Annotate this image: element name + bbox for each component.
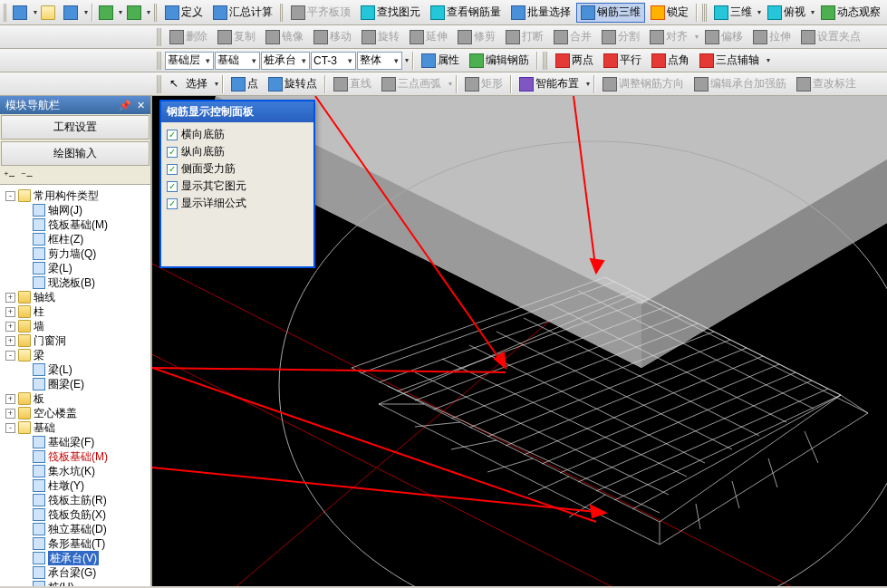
- point-button[interactable]: 点: [227, 74, 263, 94]
- tree-node[interactable]: 梁(L): [2, 261, 149, 275]
- rebar-check-row[interactable]: ✓显示详细公式: [167, 195, 308, 212]
- offset-button[interactable]: 偏移: [700, 27, 747, 47]
- toolbar-handle[interactable]: [4, 4, 7, 22]
- trim-button[interactable]: 修剪: [453, 27, 500, 47]
- edit-rebar-button[interactable]: 编辑钢筋: [465, 51, 534, 71]
- dropdown-arrow[interactable]: ▾: [213, 80, 219, 88]
- tree-node[interactable]: 桩承台(V): [2, 551, 149, 565]
- dropdown-arrow[interactable]: ▾: [83, 8, 88, 16]
- tree-node[interactable]: +门窗洞: [2, 333, 149, 348]
- split-button[interactable]: 分割: [597, 27, 644, 47]
- lock-button[interactable]: 锁定: [646, 3, 693, 23]
- tree-node[interactable]: 条形基础(T): [2, 536, 149, 551]
- toolbar-handle[interactable]: [154, 4, 158, 22]
- tree-node[interactable]: +墙: [2, 319, 149, 333]
- merge-button[interactable]: 合并: [549, 27, 596, 47]
- tree-node[interactable]: 柱墩(Y): [2, 478, 149, 493]
- checkbox-icon[interactable]: ✓: [167, 198, 178, 209]
- toolbar-handle[interactable]: [702, 4, 706, 22]
- tree-node[interactable]: 桩(U): [2, 580, 149, 586]
- smart-layout-button[interactable]: 智能布置: [515, 74, 583, 94]
- break-button[interactable]: 打断: [501, 27, 548, 47]
- new-button[interactable]: [10, 3, 32, 23]
- two-points-button[interactable]: 两点: [551, 51, 598, 71]
- tree-node[interactable]: 剪力墙(Q): [2, 246, 149, 261]
- close-icon[interactable]: ✕: [137, 100, 145, 111]
- tree-node[interactable]: 梁(L): [2, 362, 149, 377]
- layer-select[interactable]: 基础层: [165, 52, 214, 70]
- tree-node[interactable]: 筏板主筋(R): [2, 493, 149, 507]
- tree-node[interactable]: 现浇板(B): [2, 275, 149, 290]
- tree-node[interactable]: 圈梁(E): [2, 377, 149, 391]
- save-button[interactable]: [61, 3, 82, 23]
- tree-node[interactable]: -梁: [2, 348, 149, 362]
- checkbox-icon[interactable]: ✓: [167, 164, 178, 175]
- select-button[interactable]: ↖选择: [165, 74, 212, 94]
- dropdown-arrow[interactable]: ▾: [765, 56, 771, 64]
- dropdown-arrow[interactable]: ▾: [757, 8, 762, 16]
- undo-button[interactable]: [96, 3, 118, 23]
- tree-expander[interactable]: -: [5, 351, 15, 361]
- rect-button[interactable]: 矩形: [460, 74, 507, 94]
- dropdown-arrow[interactable]: ▾: [447, 80, 453, 88]
- tree-node[interactable]: -基础: [2, 420, 149, 435]
- sidebar-tab-draw-input[interactable]: 绘图输入: [1, 141, 149, 166]
- dropdown-arrow[interactable]: ▾: [584, 80, 591, 88]
- top-view-button[interactable]: 俯视: [763, 3, 810, 23]
- view-rebar-qty-button[interactable]: 查看钢筋量: [426, 3, 506, 23]
- tree-node[interactable]: 筏板基础(M): [2, 217, 149, 232]
- dropdown-arrow[interactable]: ▾: [119, 8, 123, 16]
- tree-node[interactable]: 筏板基础(M): [2, 449, 149, 464]
- rebar-check-row[interactable]: ✓横向底筋: [167, 126, 308, 143]
- rotate-button[interactable]: 旋转: [357, 27, 404, 47]
- dropdown-arrow[interactable]: ▾: [403, 56, 410, 64]
- tree-expander[interactable]: +: [5, 322, 15, 332]
- rotate-point-button[interactable]: 旋转点: [264, 74, 322, 94]
- define-button[interactable]: 定义: [160, 3, 207, 23]
- toolbar-handle[interactable]: [157, 28, 162, 46]
- subtype-select[interactable]: CT-3: [311, 52, 356, 70]
- sidebar-tab-project-settings[interactable]: 工程设置: [1, 115, 149, 140]
- point-angle-button[interactable]: 点角: [647, 51, 694, 71]
- dropdown-arrow[interactable]: ▾: [147, 8, 151, 16]
- tree-expander[interactable]: +: [5, 336, 15, 346]
- tree-expander[interactable]: -: [5, 423, 15, 433]
- move-button[interactable]: 移动: [309, 27, 356, 47]
- tree-node[interactable]: +空心楼盖: [2, 406, 149, 420]
- dropdown-arrow[interactable]: ▾: [33, 8, 37, 16]
- component-tree[interactable]: -常用构件类型轴网(J)筏板基础(M)框柱(Z)剪力墙(Q)梁(L)现浇板(B)…: [0, 185, 150, 586]
- toolbar-handle[interactable]: [157, 75, 162, 93]
- level-slab-button[interactable]: 平齐板顶: [286, 3, 355, 23]
- tree-node[interactable]: 框柱(Z): [2, 232, 149, 246]
- checkbox-icon[interactable]: ✓: [167, 130, 178, 140]
- copy-button[interactable]: 复制: [213, 27, 260, 47]
- rebar-3d-button[interactable]: 钢筋三维: [576, 3, 645, 23]
- tree-node[interactable]: +板: [2, 391, 149, 406]
- line-button[interactable]: 直线: [329, 74, 376, 94]
- tool-expand-icon[interactable]: ⁺–: [4, 169, 14, 180]
- tree-node[interactable]: 筏板负筋(X): [2, 507, 149, 522]
- toolbar-handle[interactable]: [280, 4, 284, 22]
- tool-collapse-icon[interactable]: ⁻–: [21, 169, 32, 180]
- align-button[interactable]: 对齐: [645, 27, 692, 47]
- tree-expander[interactable]: +: [5, 409, 15, 419]
- delete-button[interactable]: 删除: [165, 27, 212, 47]
- parallel-button[interactable]: 平行: [599, 51, 646, 71]
- tree-node[interactable]: -常用构件类型: [2, 188, 149, 203]
- batch-select-button[interactable]: 批量选择: [506, 3, 575, 23]
- dynamic-view-button[interactable]: 动态观察: [816, 3, 885, 23]
- find-element-button[interactable]: 查找图元: [356, 3, 425, 23]
- rebar-check-row[interactable]: ✓显示其它图元: [167, 178, 308, 195]
- tree-node[interactable]: 轴网(J): [2, 203, 149, 217]
- tree-node[interactable]: 集水坑(K): [2, 464, 149, 478]
- checkbox-icon[interactable]: ✓: [167, 181, 178, 192]
- adjust-rebar-dir-button[interactable]: 调整钢筋方向: [598, 74, 689, 94]
- whole-select[interactable]: 整体: [357, 52, 402, 70]
- redo-button[interactable]: [124, 3, 146, 23]
- rebar-check-row[interactable]: ✓纵向底筋: [167, 143, 308, 160]
- three-point-aux-button[interactable]: 三点辅轴: [695, 51, 764, 71]
- toolbar-handle[interactable]: [543, 52, 548, 70]
- view-annotation-button[interactable]: 查改标注: [792, 74, 861, 94]
- view-3d-button[interactable]: 三维: [709, 3, 757, 23]
- edit-cap-rebar-button[interactable]: 编辑承台加强筋: [689, 74, 791, 94]
